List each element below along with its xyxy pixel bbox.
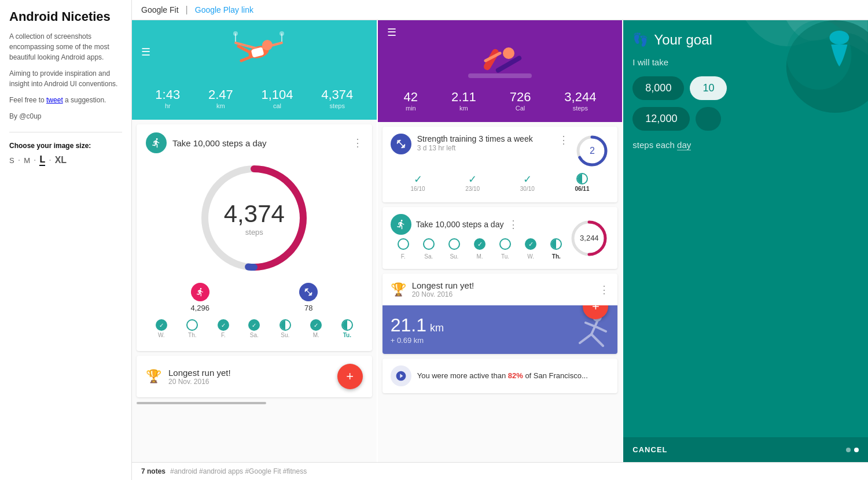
screen2-header: ☰ (378, 20, 623, 122)
size-m[interactable]: M (24, 156, 30, 165)
step-circle-su (448, 238, 460, 250)
pagination-dots (846, 448, 859, 452)
run-banner-fab[interactable]: + (583, 305, 608, 319)
day-dot-m: ✓ (310, 319, 322, 331)
app-header: Google Fit | Google Play link (132, 0, 868, 20)
steps-count: 4,374 (224, 200, 285, 228)
s2-stat-min: 42 min (404, 90, 418, 112)
s2-stat-steps-val: 3,244 (564, 90, 596, 105)
strength-count: 2 (590, 146, 595, 156)
step-circle-sa (423, 238, 435, 250)
active-text: You were more active than 82% of San Fra… (417, 371, 588, 381)
run-title: Longest run yet! (168, 368, 231, 378)
run2-more-icon[interactable]: ⋮ (599, 283, 609, 296)
day-tu: Tu. (341, 319, 353, 338)
header-sep: | (186, 5, 188, 15)
strength-count: 78 (299, 304, 318, 312)
day-dot-tu (341, 319, 353, 331)
strength-more-icon[interactable]: ⋮ (558, 134, 569, 146)
screen2-hamburger-icon[interactable]: ☰ (387, 27, 396, 38)
s2-stat-steps: 3,244 steps (564, 90, 596, 112)
run-km-value: 21.1 (391, 315, 426, 336)
day-label-tu: Tu. (341, 332, 353, 338)
day-label-th: Th. (186, 332, 198, 338)
day-label-w: W. (156, 332, 167, 338)
screen3: 👣 Your goal I will take 8,000 10 12,000 (623, 20, 868, 462)
size-label: Choose your image size: (9, 142, 122, 150)
steps-unit: steps (224, 228, 285, 237)
step-circle-th (550, 238, 562, 250)
stat-steps-label: steps (321, 102, 353, 109)
strength-title: Strength training 3 times a week (417, 134, 559, 144)
walking-activity: 4,296 (191, 283, 210, 312)
screen1-stats-bar: 1:43 hr 2.47 km 1,104 cal 4,374 (141, 83, 367, 114)
hamburger-icon[interactable]: ☰ (141, 46, 150, 58)
strength-card-icon (391, 134, 411, 154)
check-2310: ✓ 23/10 (465, 173, 480, 192)
add-fab-button[interactable]: + (337, 364, 363, 389)
stat-time-value: 1:43 (155, 87, 180, 102)
goal-pill-empty[interactable] (696, 107, 721, 131)
day-dot-w: ✓ (156, 319, 167, 331)
step-lbl-sa: Sa. (423, 253, 435, 260)
run-km-container: 21.1 km + 0.69 km (391, 315, 444, 345)
screen1-illustration (150, 26, 367, 78)
goal-pill-12000[interactable]: 12,000 (632, 107, 690, 131)
step-lbl-th: Th. (550, 253, 562, 260)
s2-stat-km-val: 2.11 (451, 90, 476, 105)
stat-time: 1:43 hr (155, 87, 180, 109)
s2-stat-steps-lbl: steps (564, 105, 596, 112)
svg-line-28 (597, 327, 606, 331)
goal-pill-10[interactable]: 10 (690, 76, 727, 100)
active-card: You were more active than 82% of San Fra… (382, 359, 618, 393)
checks-row: ✓ 16/10 ✓ 23/10 ✓ 30/10 (391, 173, 610, 192)
walking-icon (191, 283, 209, 301)
stat-cal-label: cal (261, 102, 293, 109)
google-play-link[interactable]: Google Play link (195, 5, 253, 14)
day-label-f: F. (218, 332, 229, 338)
check-3010: ✓ 30/10 (520, 173, 535, 192)
step-lbl-tu: Tu. (499, 253, 511, 260)
steps2-more-icon[interactable]: ⋮ (508, 218, 518, 231)
check-date-0611: 06/11 (575, 186, 589, 192)
check-date-3010: 30/10 (520, 186, 535, 192)
size-s[interactable]: S (9, 156, 14, 165)
check-1610: ✓ 16/10 (410, 173, 425, 192)
size-l[interactable]: L (39, 154, 45, 166)
stat-cal-value: 1,104 (261, 87, 293, 102)
goal-pill-8000[interactable]: 8,000 (632, 76, 684, 100)
day-label-sa: Sa. (248, 332, 260, 338)
svg-line-26 (591, 334, 603, 346)
day-dot-sa: ✓ (248, 319, 260, 331)
check-0611: 06/11 (575, 173, 589, 192)
steps-icon (146, 132, 167, 153)
steps-goal-card: Take 10,000 steps a day ⋮ 4,374 (137, 124, 372, 351)
svg-line-7 (241, 56, 254, 61)
goal-row2: 12,000 (632, 107, 859, 131)
goal-steps-label: steps each day (632, 140, 859, 150)
active-icon (391, 365, 411, 386)
footer-bar: 7 notes #android #android apps #Google F… (132, 462, 868, 480)
screen1-header: ☰ (132, 20, 377, 120)
cancel-bar: CANCEL (623, 437, 868, 462)
day-circles: ✓ W. Th. ✓ F. (146, 319, 363, 338)
dot1 (846, 448, 851, 452)
add-fab-button2[interactable]: + (583, 305, 608, 319)
sidebar-desc1: A collection of screenshots encompassing… (9, 31, 122, 62)
stat-cal: 1,104 cal (261, 87, 293, 109)
step-lbl-su: Su. (448, 253, 460, 260)
steps-goal-more[interactable]: ⋮ (352, 136, 363, 149)
steps2-value-circle: 3,244 (569, 218, 609, 259)
steps2-title: Take 10,000 steps a day (416, 219, 504, 230)
svg-point-17 (503, 47, 514, 59)
steps-goal-title: Take 10,000 steps a day (172, 138, 352, 148)
size-xl[interactable]: XL (55, 155, 67, 165)
check-date-2310: 23/10 (465, 186, 480, 192)
sidebar: Android Niceties A collection of screens… (0, 0, 132, 480)
run-card-left: 🏆 Longest run yet! 20 Nov. 2016 (146, 368, 231, 386)
goal-header: 👣 Your goal (632, 32, 859, 48)
scroll-thumb (137, 402, 266, 404)
goal-options: 8,000 10 12,000 (632, 76, 859, 131)
cancel-button[interactable]: CANCEL (632, 445, 667, 454)
sidebar-tweet: Feel free to tweet a suggestion. (9, 95, 122, 105)
